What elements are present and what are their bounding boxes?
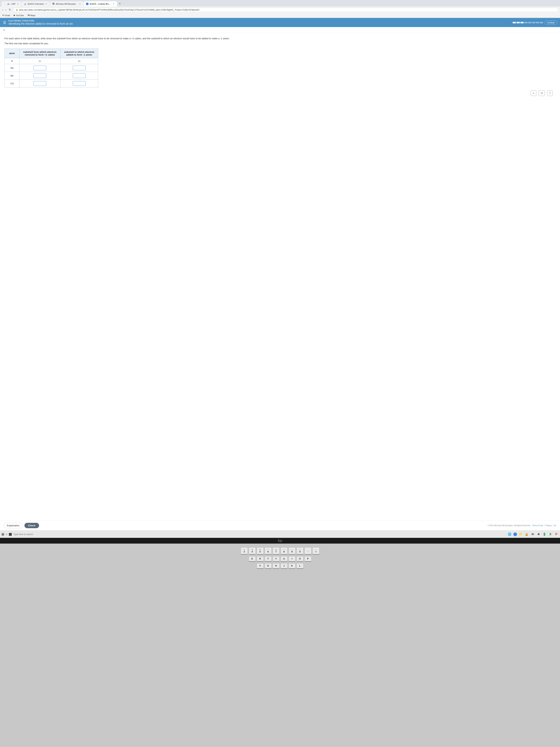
progress-seg-7: [536, 22, 539, 23]
hp-logo: hp: [278, 539, 282, 543]
cation-na-input[interactable]: [33, 66, 46, 70]
taskbar-search-input[interactable]: [14, 533, 69, 536]
explanation-button[interactable]: Explanation: [4, 523, 23, 528]
keyboard-row-3: V G H J K L: [257, 563, 303, 569]
key-equals[interactable]: +=: [313, 547, 319, 555]
reload-button[interactable]: ↻: [8, 7, 12, 12]
key-r[interactable]: R: [257, 556, 264, 562]
forward-button[interactable]: ›: [5, 7, 7, 12]
address-bar[interactable]: 🔒 www-awn.aleks.com/alekscgi/x/lsl.exe/1…: [14, 8, 559, 12]
keyboard-area: #3 $4 %5 ^6 &7 *8 (9 )0 _- += E R T Y U …: [0, 544, 560, 747]
bookmark-maps[interactable]: 🗺 Maps: [27, 14, 36, 17]
cation-ne-input[interactable]: [33, 73, 46, 78]
tab-favicon-2: 🔬: [24, 3, 26, 5]
key-minus[interactable]: _-: [304, 547, 312, 555]
progress-seg-3: [521, 22, 524, 23]
key-h[interactable]: H: [273, 563, 279, 569]
check-button[interactable]: Check: [24, 523, 39, 528]
key-e[interactable]: E: [249, 556, 256, 562]
privacy-link[interactable]: Privacy: [545, 524, 552, 526]
key-9[interactable]: (9: [289, 547, 296, 555]
tab-favicon-1: 📄: [4, 3, 6, 5]
tab-close-2[interactable]: ×: [45, 2, 47, 5]
key-8[interactable]: *8: [281, 547, 288, 555]
taskbar-search[interactable]: [14, 533, 69, 536]
taskbar-icon-folder[interactable]: 📁: [518, 532, 523, 537]
key-i[interactable]: I: [289, 556, 296, 562]
taskbar-icon-excel[interactable]: X: [548, 532, 553, 537]
col-atom-header: atom: [5, 49, 20, 58]
taskbar-icon-powerpoint[interactable]: P: [554, 532, 559, 537]
youtube-icon: ▶: [14, 14, 15, 17]
key-5[interactable]: %5: [257, 547, 264, 555]
taskbar-icon-lock[interactable]: 🔒: [525, 532, 529, 537]
atom-cd: Cd: [5, 79, 20, 87]
taskbar-icon-chrome[interactable]: [513, 533, 517, 536]
progress-seg-4: [524, 22, 528, 23]
bookmark-gmail[interactable]: ✉ Gmail: [1, 14, 11, 17]
taskbar-icon-edge[interactable]: 🌐: [507, 532, 512, 537]
help-button[interactable]: ?: [547, 91, 553, 96]
key-k[interactable]: K: [289, 563, 296, 569]
key-o[interactable]: O: [296, 556, 303, 562]
tab-label-3: McGraw-Hill Education Campus: [56, 3, 78, 5]
windows-start-button[interactable]: ⊞: [1, 532, 4, 536]
anion-ne-cell: [60, 72, 98, 79]
clear-button[interactable]: ×: [531, 91, 536, 96]
tab-mcgraw[interactable]: 📚 McGraw-Hill Education Campus ×: [50, 1, 83, 6]
key-0[interactable]: )0: [296, 547, 303, 555]
search-button[interactable]: ○: [6, 533, 7, 536]
key-g[interactable]: G: [265, 563, 272, 569]
user-name-button[interactable]: Lindsay: [544, 20, 557, 25]
key-7[interactable]: &7: [273, 547, 279, 555]
anion-ne-input[interactable]: [73, 73, 86, 78]
tab-aleks-active[interactable]: A ALEKS - Lindsay Brooks - Learn ×: [84, 1, 117, 6]
key-3[interactable]: #3: [241, 547, 248, 555]
anion-cd-input[interactable]: [73, 81, 86, 86]
cation-cd-input[interactable]: [33, 81, 46, 86]
tab-gs-unf[interactable]: 📄 gs - UNF ×: [1, 1, 21, 6]
new-tab-button[interactable]: +: [117, 1, 123, 6]
key-l[interactable]: L: [296, 563, 303, 569]
key-j[interactable]: J: [281, 563, 288, 569]
undo-button[interactable]: ↺: [538, 91, 545, 96]
taskbar-icons: 🌐 📁 🔒 ✉ ❄ 💲 X P: [507, 532, 559, 537]
footer-area: Explanation Check © 2021 McGraw-Hill Edu…: [0, 520, 560, 531]
aleks-section-label: ELECTRONIC STRUCTURE Identifying the ele…: [8, 20, 73, 25]
page-title: Identifying the electron added or remove…: [8, 22, 73, 25]
completion-text: The first row has been completed for you…: [4, 42, 556, 45]
tab-close-1[interactable]: ×: [17, 2, 19, 5]
expand-button[interactable]: ∨: [3, 28, 5, 32]
key-t[interactable]: T: [265, 556, 272, 562]
back-button[interactable]: ‹: [1, 7, 4, 12]
hamburger-button[interactable]: ☰: [3, 20, 6, 25]
progress-bar: [513, 22, 543, 23]
table-row: Ne: [5, 72, 98, 79]
terms-link[interactable]: Terms of Use: [532, 524, 543, 526]
tab-close-3[interactable]: ×: [79, 2, 81, 5]
table-row: Na: [5, 64, 98, 72]
key-4[interactable]: $4: [249, 547, 256, 555]
lock-icon: 🔒: [16, 9, 18, 11]
key-v[interactable]: V: [257, 563, 264, 569]
progress-seg-2: [516, 22, 520, 23]
key-p[interactable]: P: [304, 556, 312, 562]
tab-label-1: gs - UNF: [7, 3, 16, 5]
key-y[interactable]: Y: [273, 556, 279, 562]
cation-h-value: 1s: [20, 58, 60, 64]
tab-close-4[interactable]: ×: [112, 2, 115, 5]
anion-na-input[interactable]: [73, 66, 86, 70]
data-table: atom subshell from which electronremoved…: [4, 49, 98, 87]
key-u[interactable]: U: [281, 556, 288, 562]
bookmark-youtube[interactable]: ▶ YouTube: [13, 14, 25, 17]
key-6[interactable]: ^6: [265, 547, 272, 555]
taskbar-icon-snowflake[interactable]: ❄: [536, 532, 541, 537]
aleks-header: ☰ ELECTRONIC STRUCTURE Identifying the e…: [0, 18, 560, 27]
tab-aleks-chem[interactable]: 🔬 ALEKS Chemistry ×: [22, 1, 50, 6]
tab-label-4: ALEKS - Lindsay Brooks - Learn: [90, 3, 111, 5]
taskbar-icon-mail[interactable]: ✉: [530, 532, 535, 537]
taskbar-icon-dollar[interactable]: 💲: [542, 532, 547, 537]
bookmarks-bar: ✉ Gmail ▶ YouTube 🗺 Maps: [0, 13, 560, 18]
task-view-button[interactable]: ⬛: [9, 533, 12, 536]
accessibility-link[interactable]: Ac: [554, 524, 556, 526]
